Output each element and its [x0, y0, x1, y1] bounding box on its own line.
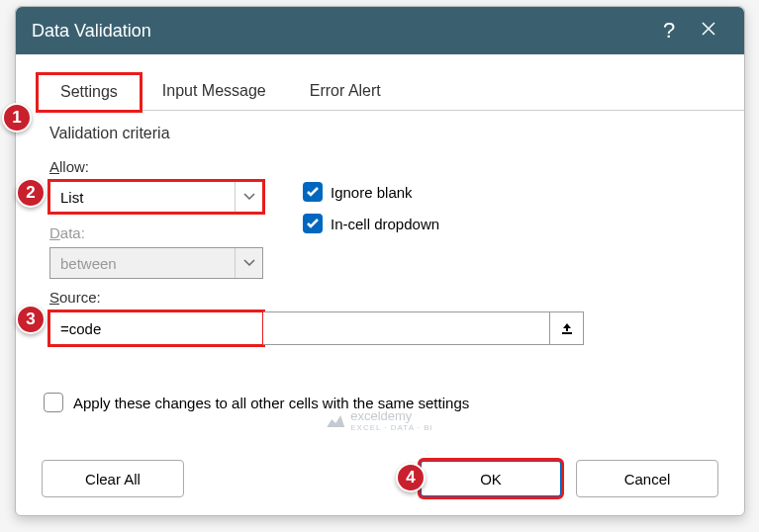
watermark: exceldemy EXCEL · DATA · BI: [327, 408, 433, 432]
validation-criteria-group: Validation criteria Allow: List Data: be…: [49, 125, 718, 345]
ignore-blank-label: Ignore blank: [331, 184, 413, 201]
incell-dropdown-checkbox[interactable]: In-cell dropdown: [303, 214, 439, 233]
tab-settings[interactable]: Settings: [38, 74, 141, 111]
callout-2: 2: [16, 178, 46, 208]
collapse-dialog-icon: [560, 321, 574, 335]
callout-3: 3: [16, 305, 46, 334]
help-button[interactable]: ?: [649, 18, 689, 44]
tab-input-message[interactable]: Input Message: [141, 74, 288, 110]
checkbox-unchecked-icon: [44, 393, 63, 412]
close-button[interactable]: [689, 21, 728, 41]
source-input[interactable]: [49, 311, 263, 345]
dialog-footer: Clear All OK Cancel: [16, 460, 744, 497]
ignore-blank-checkbox[interactable]: Ignore blank: [303, 182, 439, 202]
cancel-button[interactable]: Cancel: [576, 460, 718, 497]
checkbox-checked-icon: [303, 182, 323, 202]
allow-dropdown[interactable]: List: [49, 181, 263, 213]
data-label: Data:: [49, 224, 263, 241]
watermark-icon: [327, 413, 344, 427]
tab-strip: Settings Input Message Error Alert: [38, 74, 744, 111]
close-icon: [701, 21, 716, 37]
dialog-title: Data Validation: [32, 21, 649, 42]
chevron-down-icon: [235, 182, 262, 212]
ok-button[interactable]: OK: [420, 460, 562, 497]
callout-4: 4: [396, 463, 426, 492]
incell-dropdown-label: In-cell dropdown: [331, 216, 439, 232]
callout-1: 1: [2, 103, 32, 133]
data-validation-dialog: Data Validation ? Settings Input Message…: [15, 6, 745, 516]
chevron-down-icon: [235, 248, 262, 278]
data-dropdown: between: [49, 247, 263, 279]
titlebar: Data Validation ?: [16, 7, 744, 54]
checkbox-checked-icon: [303, 214, 323, 233]
data-value: between: [50, 255, 235, 272]
allow-value: List: [50, 189, 235, 206]
tab-error-alert[interactable]: Error Alert: [288, 74, 403, 110]
source-input-extension[interactable]: [263, 311, 550, 345]
criteria-heading: Validation criteria: [49, 125, 718, 142]
allow-label: Allow:: [49, 158, 263, 175]
range-picker-button[interactable]: [550, 311, 584, 345]
source-label: Source:: [49, 289, 718, 306]
clear-all-button[interactable]: Clear All: [42, 460, 184, 497]
